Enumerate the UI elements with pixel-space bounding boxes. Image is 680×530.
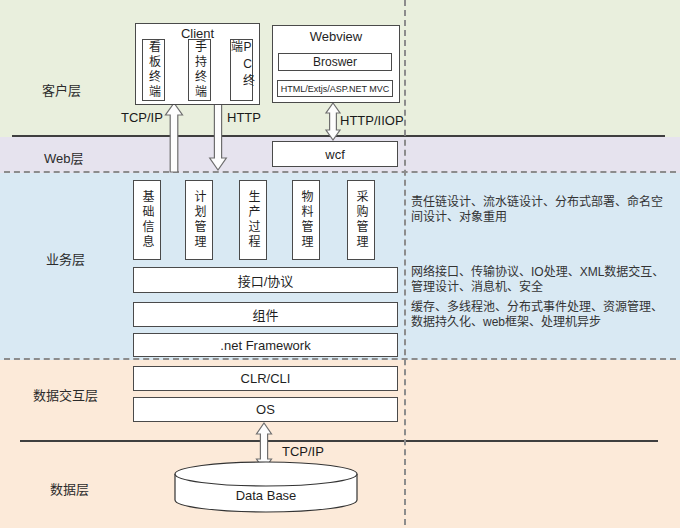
browser-box: Broswer xyxy=(278,53,392,71)
module-production-box: 生产过程 xyxy=(239,180,267,260)
os-bar: OS xyxy=(133,397,398,422)
vertical-divider-line xyxy=(404,0,406,525)
kanban-terminal-box: 看板终端 xyxy=(142,39,165,101)
tcpip-top-label: TCP/IP xyxy=(121,110,163,125)
html-stack-box: HTML/Extjs/ASP.NET MVC xyxy=(277,80,393,97)
http-iiop-label: HTTP/IIOP xyxy=(340,113,404,128)
http-label: HTTP xyxy=(227,110,261,125)
webview-group-box: Webview Broswer HTML/Extjs/ASP.NET MVC xyxy=(272,25,400,103)
annotation-design-patterns: 责任链设计、流水链设计、分布式部署、命名空间设计、对象重用 xyxy=(411,195,669,225)
client-web-separator-line xyxy=(12,135,665,137)
dataexchange-data-separator-line xyxy=(20,440,658,442)
annotation-network-services: 网络接口、传输协议、IO处理、XML数据交互、管理设计、消息机、安全 xyxy=(411,265,669,295)
annotation-infrastructure: 缓存、多线程池、分布式事件处理、资源管理、数据持久化、web框架、处理机异步 xyxy=(411,300,669,330)
layer-label-business: 业务层 xyxy=(46,249,85,268)
layer-label-data-exchange: 数据交互层 xyxy=(33,385,98,404)
net-framework-bar: .net Framework xyxy=(133,333,398,357)
layer-label-client: 客户层 xyxy=(42,80,81,99)
web-business-separator-line xyxy=(4,171,676,173)
layer-label-data: 数据层 xyxy=(50,479,89,498)
module-purchase-mgmt-box: 采购管理 xyxy=(347,180,375,260)
wcf-box: wcf xyxy=(272,141,398,167)
module-material-mgmt-box: 物料管理 xyxy=(292,180,320,260)
module-plan-mgmt-box: 计划管理 xyxy=(185,180,213,260)
business-dataexchange-separator-line xyxy=(4,358,676,360)
architecture-diagram: 客户层 Web层 业务层 数据交互层 数据层 Client 看板终端 手持终端 … xyxy=(0,0,680,530)
module-basic-info-box: 基础信息 xyxy=(133,180,161,260)
database-label: Data Base xyxy=(176,488,356,503)
layer-label-web: Web层 xyxy=(44,148,84,167)
interface-protocol-bar: 接口/协议 xyxy=(133,267,398,293)
client-group-box: Client 看板终端 手持终端 PC终端 xyxy=(135,23,260,105)
pc-terminal-box: PC终端 xyxy=(230,39,253,101)
component-bar: 组件 xyxy=(133,302,398,327)
webview-group-title: Webview xyxy=(273,29,399,44)
handheld-terminal-box: 手持终端 xyxy=(188,39,211,101)
tcpip-bottom-label: TCP/IP xyxy=(282,444,324,459)
clr-cli-bar: CLR/CLI xyxy=(133,366,398,391)
